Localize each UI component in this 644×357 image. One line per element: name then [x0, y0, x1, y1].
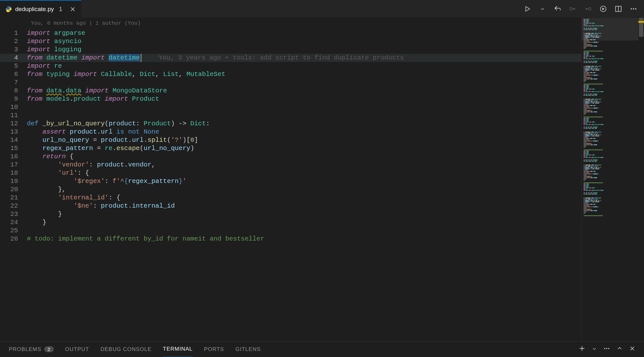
code-content[interactable]: def _by_url_no_query(product: Product) -…: [27, 120, 581, 128]
line-number: 19: [0, 177, 27, 185]
code-line[interactable]: 22 '$ne': product.internal_id: [0, 202, 581, 210]
code-content[interactable]: },: [27, 185, 581, 194]
panel-tab-terminal[interactable]: TERMINAL: [163, 341, 193, 357]
code-content[interactable]: [27, 227, 581, 235]
code-content[interactable]: from data.data import MongoDataStore: [27, 87, 581, 95]
code-line[interactable]: 23 }: [0, 210, 581, 218]
code-line[interactable]: 1import argparse: [0, 29, 581, 37]
new-terminal-icon[interactable]: [579, 345, 585, 353]
code-content[interactable]: 'internal_id': {: [27, 194, 581, 202]
code-line[interactable]: 7: [0, 78, 581, 87]
code-editor[interactable]: 1import argparse2import asyncio3import l…: [0, 29, 581, 341]
code-content[interactable]: return {: [27, 153, 581, 161]
code-line[interactable]: 14 url_no_query = product.url.split('?')…: [0, 136, 581, 144]
svg-point-8: [604, 348, 605, 349]
code-content[interactable]: from models.product import Product: [27, 95, 581, 103]
editor-tab[interactable]: deduplicate.py 1: [0, 0, 81, 18]
code-line[interactable]: 15 regex_pattern = re.escape(url_no_quer…: [0, 144, 581, 153]
code-line[interactable]: 13 assert product.url is not None: [0, 128, 581, 136]
line-number: 1: [0, 29, 27, 37]
code-content[interactable]: import logging: [27, 46, 581, 54]
code-line[interactable]: 4from datetime import datetimeYou, 3 yea…: [0, 54, 581, 62]
code-content[interactable]: from datetime import datetimeYou, 3 year…: [27, 54, 581, 62]
panel-tab-debug-console[interactable]: DEBUG CONSOLE: [101, 341, 152, 357]
code-content[interactable]: '$ne': product.internal_id: [27, 202, 581, 210]
panel-tab-ports[interactable]: PORTS: [204, 341, 224, 357]
code-content[interactable]: [27, 78, 581, 87]
code-line[interactable]: 10: [0, 103, 581, 111]
code-line[interactable]: 8from data.data import MongoDataStore: [0, 87, 581, 95]
code-content[interactable]: regex_pattern = re.escape(url_no_query): [27, 144, 581, 153]
next-change-icon[interactable]: [584, 5, 592, 13]
run-coverage-icon[interactable]: [599, 5, 607, 13]
line-number: 20: [0, 185, 27, 194]
run-icon[interactable]: [523, 5, 531, 13]
panel-tab-problems[interactable]: PROBLEMS 2: [9, 341, 54, 357]
code-line[interactable]: 17 'vendor': product.vendor,: [0, 161, 581, 169]
line-number: 2: [0, 37, 27, 46]
run-dropdown-icon[interactable]: [538, 5, 547, 13]
terminal-dropdown-icon[interactable]: [592, 346, 597, 353]
code-content[interactable]: assert product.url is not None: [27, 128, 581, 136]
code-content[interactable]: # todo: implement a different by_id for …: [27, 235, 581, 243]
code-content[interactable]: '$regex': f'^{regex_pattern}': [27, 177, 581, 185]
close-panel-icon[interactable]: [629, 346, 635, 353]
scrollbar-thumb[interactable]: [639, 18, 643, 37]
line-number: 11: [0, 111, 27, 120]
code-content[interactable]: import re: [27, 62, 581, 70]
prev-change-icon[interactable]: [569, 5, 577, 13]
code-line[interactable]: 2import asyncio: [0, 37, 581, 46]
code-line[interactable]: 24 }: [0, 218, 581, 227]
split-editor-icon[interactable]: [614, 5, 622, 13]
code-line[interactable]: 5import re: [0, 62, 581, 70]
code-content[interactable]: [27, 103, 581, 111]
panel-more-icon[interactable]: [604, 345, 610, 353]
code-line[interactable]: 26# todo: implement a different by_id fo…: [0, 235, 581, 243]
line-number: 26: [0, 235, 27, 243]
code-line[interactable]: 18 'url': {: [0, 169, 581, 177]
text-cursor: [141, 54, 141, 62]
code-content[interactable]: import argparse: [27, 29, 581, 37]
more-actions-icon[interactable]: [629, 5, 638, 13]
maximize-panel-icon[interactable]: [617, 346, 622, 353]
code-content[interactable]: 'url': {: [27, 169, 581, 177]
vertical-scrollbar[interactable]: [638, 18, 644, 341]
line-number: 25: [0, 227, 27, 235]
svg-point-9: [606, 348, 607, 349]
code-line[interactable]: 12def _by_url_no_query(product: Product)…: [0, 120, 581, 128]
code-content[interactable]: }: [27, 210, 581, 218]
code-content[interactable]: [27, 111, 581, 120]
code-content[interactable]: from typing import Callable, Dict, List,…: [27, 70, 581, 78]
tab-close-button[interactable]: [69, 6, 76, 13]
code-line[interactable]: 9from models.product import Product: [0, 95, 581, 103]
code-content[interactable]: }: [27, 218, 581, 227]
line-number: 12: [0, 120, 27, 128]
svg-point-6: [633, 8, 634, 9]
line-number: 22: [0, 202, 27, 210]
editor-main[interactable]: You, 6 months ago | 1 author (You) 1impo…: [0, 18, 581, 341]
line-number: 16: [0, 153, 27, 161]
code-line[interactable]: 20 },: [0, 185, 581, 194]
panel-tab-output[interactable]: OUTPUT: [65, 341, 89, 357]
code-line[interactable]: 11: [0, 111, 581, 120]
panel-tab-gitlens[interactable]: GITLENS: [235, 341, 261, 357]
code-content[interactable]: url_no_query = product.url.split('?')[0]: [27, 136, 581, 144]
code-line[interactable]: 19 '$regex': f'^{regex_pattern}': [0, 177, 581, 185]
line-number: 18: [0, 169, 27, 177]
code-line[interactable]: 25: [0, 227, 581, 235]
code-line[interactable]: 16 return {: [0, 153, 581, 161]
tab-modified-count: 1: [59, 6, 63, 13]
minimap[interactable]: [581, 18, 638, 341]
tab-bar: deduplicate.py 1: [0, 0, 644, 18]
minimap-content: [584, 19, 636, 216]
line-number: 24: [0, 218, 27, 227]
line-number: 23: [0, 210, 27, 218]
code-content[interactable]: import asyncio: [27, 37, 581, 46]
gitlens-file-blame: You, 6 months ago | 1 author (You): [31, 20, 141, 26]
code-line[interactable]: 6from typing import Callable, Dict, List…: [0, 70, 581, 78]
svg-point-10: [608, 348, 609, 349]
code-line[interactable]: 3import logging: [0, 46, 581, 54]
code-content[interactable]: 'vendor': product.vendor,: [27, 161, 581, 169]
code-line[interactable]: 21 'internal_id': {: [0, 194, 581, 202]
go-back-icon[interactable]: [554, 5, 562, 13]
